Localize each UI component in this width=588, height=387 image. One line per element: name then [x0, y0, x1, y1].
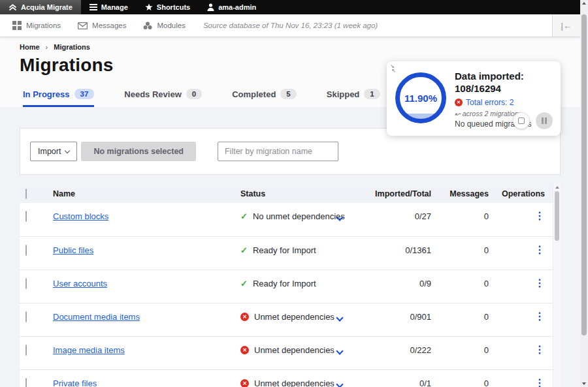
error-icon: ✕	[240, 313, 249, 321]
migration-link[interactable]: Public files	[53, 245, 93, 255]
error-icon: ✕	[240, 379, 249, 387]
pause-button[interactable]	[536, 112, 553, 129]
table-row: Custom blocks ✓ No unmet dependencies 0/…	[20, 203, 553, 236]
migrations-table: Name Status Imported/Total Messages Oper…	[20, 184, 561, 387]
expand-chevron-icon[interactable]	[336, 380, 343, 387]
error-icon: ✕	[455, 99, 463, 106]
tab-count-badge: 37	[74, 89, 95, 99]
import-progress-popup: ↘ ↖ 11.90% Data imported: 108/16294 ✕ To…	[387, 61, 561, 136]
breadcrumb-separator-icon: ›	[46, 43, 48, 51]
source-database-note: Source database of Thu Nov 16, 23:23 (1 …	[194, 14, 387, 37]
imported-total: 0/222	[365, 345, 431, 355]
row-checkbox[interactable]	[25, 378, 27, 387]
status-text: Ready for Import	[253, 245, 316, 255]
data-imported-label: Data imported:	[455, 70, 531, 82]
messages-count: 0	[431, 345, 489, 355]
tab-skipped[interactable]: Skipped 1	[327, 89, 380, 107]
check-icon: ✓	[240, 279, 248, 288]
acquia-logo-icon	[8, 4, 17, 11]
app-window: Acquia Migrate Manage Shortcuts ama-admi…	[0, 0, 580, 387]
tab-label: Skipped	[327, 89, 360, 99]
scroll-up-icon[interactable]	[555, 186, 559, 189]
status-text: Unmet dependencies	[254, 312, 335, 322]
header-messages: Messages	[431, 189, 489, 198]
row-checkbox[interactable]	[25, 245, 27, 256]
toolbar-item-messages[interactable]: Messages	[69, 14, 135, 37]
status-text: Unmet dependencies	[254, 345, 335, 355]
table-scrollbar[interactable]	[553, 184, 561, 387]
expand-chevron-icon[interactable]	[336, 314, 343, 321]
imported-total: 0/9	[365, 279, 431, 288]
collapse-arrows-icon[interactable]: ↘ ↖	[390, 64, 396, 73]
tab-completed[interactable]: Completed 5	[232, 89, 297, 107]
table-header-row: Name Status Imported/Total Messages Oper…	[20, 184, 553, 203]
page-scrollbar[interactable]	[580, 0, 588, 387]
toolbar-item-migrations[interactable]: Migrations	[4, 14, 69, 37]
scroll-up-icon[interactable]	[582, 2, 586, 5]
error-icon: ✕	[240, 346, 249, 354]
row-checkbox[interactable]	[25, 345, 27, 356]
scrollbar-thumb[interactable]	[555, 191, 559, 241]
import-dropdown-button[interactable]: Import	[30, 142, 77, 161]
row-checkbox[interactable]	[25, 278, 27, 289]
operations-kebab-icon[interactable]: ⋮	[534, 279, 545, 288]
table-row: Private files ✕ Unmet dependencies 0/1 0…	[20, 369, 553, 387]
shortcuts-menu[interactable]: Shortcuts	[137, 0, 199, 14]
migration-link[interactable]: Private files	[53, 379, 97, 387]
migrations-label: Migrations	[26, 22, 61, 29]
user-menu[interactable]: ama-admin	[199, 0, 265, 14]
row-checkbox[interactable]	[25, 211, 27, 222]
modules-icon	[143, 22, 152, 30]
tab-label: Completed	[232, 89, 276, 99]
migration-link[interactable]: Image media items	[53, 345, 125, 355]
tab-needs-review[interactable]: Needs Review 0	[124, 89, 202, 107]
stop-button[interactable]	[513, 112, 530, 129]
imported-total: 0/1361	[365, 245, 431, 255]
progress-donut: 11.90%	[395, 72, 446, 123]
status-text: Unmet dependencies	[254, 379, 335, 387]
operations-kebab-icon[interactable]: ⋮	[534, 211, 545, 221]
tab-count-badge: 5	[280, 89, 296, 99]
migration-link[interactable]: Document media items	[53, 312, 140, 322]
collapse-left-icon: |←	[561, 21, 572, 31]
progress-percent: 11.90%	[404, 93, 437, 104]
row-checkbox[interactable]	[25, 311, 27, 322]
status-text: No unmet dependencies	[253, 211, 345, 221]
breadcrumb-home-link[interactable]: Home	[20, 43, 40, 51]
breadcrumb-current: Migrations	[54, 43, 90, 51]
select-all-checkbox[interactable]	[25, 189, 27, 199]
table-row: Document media items ✕ Unmet dependencie…	[20, 303, 553, 336]
tab-count-badge: 1	[364, 89, 380, 99]
toolbar-collapse-button[interactable]: |←	[552, 14, 580, 37]
expand-chevron-icon[interactable]	[336, 347, 343, 354]
tab-in-progress[interactable]: In Progress 37	[23, 89, 94, 107]
messages-count: 0	[431, 279, 489, 288]
operations-kebab-icon[interactable]: ⋮	[534, 245, 545, 255]
module-toolbar: Migrations Messages Modules Source datab…	[0, 14, 580, 37]
table-row: Image media items ✕ Unmet dependencies 0…	[20, 336, 553, 369]
toolbar-item-modules[interactable]: Modules	[135, 14, 193, 37]
manage-label: Manage	[101, 3, 128, 11]
messages-count: 0	[431, 379, 489, 387]
total-errors-link[interactable]: Total errors: 2	[466, 98, 514, 107]
operations-kebab-icon[interactable]: ⋮	[534, 379, 545, 387]
scrollbar-thumb[interactable]	[581, 14, 587, 335]
data-imported-value: 108/16294	[455, 82, 531, 95]
acquia-migrate-brand[interactable]: Acquia Migrate	[0, 0, 81, 14]
star-icon	[145, 3, 153, 11]
hamburger-icon	[90, 4, 97, 10]
migration-link[interactable]: Custom blocks	[53, 211, 108, 221]
check-icon: ✓	[240, 211, 248, 221]
messages-count: 0	[431, 312, 489, 322]
migration-filter-input[interactable]	[218, 142, 338, 161]
scroll-down-icon[interactable]	[582, 382, 586, 385]
imported-total: 0/901	[365, 312, 431, 322]
migration-link[interactable]: User accounts	[53, 279, 107, 288]
no-migrations-selected-button: No migrations selected	[81, 142, 196, 161]
messages-count: 0	[431, 245, 489, 255]
operations-kebab-icon[interactable]: ⋮	[534, 312, 545, 321]
manage-menu[interactable]: Manage	[81, 0, 137, 14]
messages-label: Messages	[92, 22, 126, 29]
operations-kebab-icon[interactable]: ⋮	[534, 345, 545, 354]
header-imported-total: Imported/Total	[365, 189, 431, 198]
